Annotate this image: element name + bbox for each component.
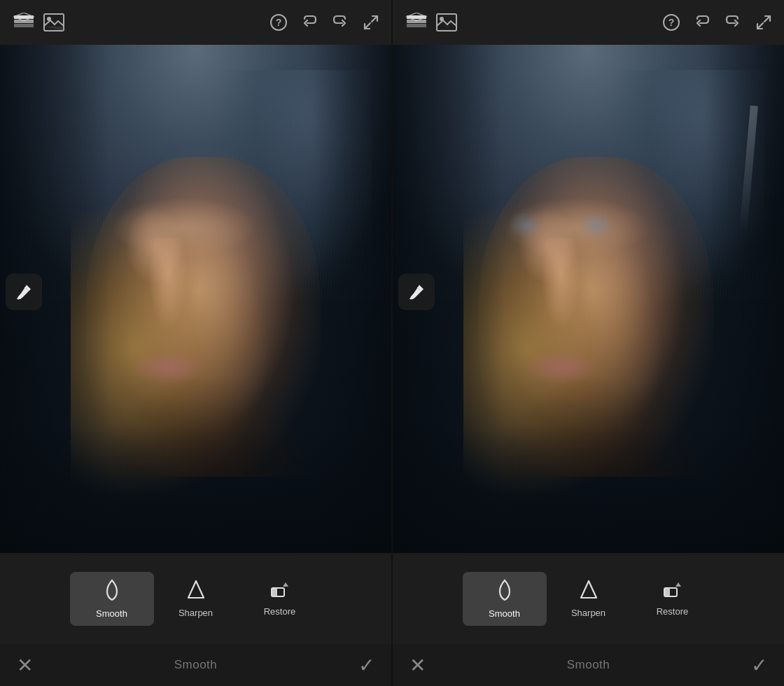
help-icon-right[interactable]: ? — [662, 13, 680, 31]
brush-tool-left[interactable] — [6, 274, 42, 310]
restore-label-right: Restore — [657, 606, 689, 617]
restore-label-left: Restore — [264, 606, 296, 617]
panel-left: ? — [0, 0, 393, 686]
bottom-tools-left: Smooth Sharpen — [0, 553, 391, 644]
svg-line-8 — [372, 16, 377, 22]
redo-icon-right[interactable] — [724, 13, 742, 31]
svg-marker-11 — [188, 581, 204, 598]
confirm-button-right[interactable]: ✓ — [751, 654, 767, 677]
action-title-right: Smooth — [567, 658, 610, 672]
brush-icon-left — [14, 282, 34, 302]
svg-line-22 — [764, 16, 770, 22]
svg-marker-25 — [581, 581, 596, 598]
restore-icon-left — [270, 581, 290, 602]
help-icon[interactable]: ? — [270, 13, 288, 31]
action-bar-left: ✕ Smooth ✓ — [0, 644, 391, 686]
sharpen-tool-left[interactable]: Sharpen — [154, 572, 238, 626]
image-icon-right[interactable] — [436, 13, 457, 31]
smooth-tool-left[interactable]: Smooth — [70, 572, 154, 626]
tool-buttons-right: Smooth Sharpen — [393, 572, 784, 626]
expand-icon[interactable] — [362, 13, 380, 31]
svg-text:?: ? — [276, 17, 282, 28]
action-title-left: Smooth — [174, 658, 218, 672]
sharpen-icon-right — [580, 580, 598, 603]
brush-icon-right — [407, 282, 426, 302]
toolbar-left: ? — [0, 0, 391, 45]
sharpen-icon-left — [187, 580, 205, 603]
restore-icon-right — [663, 581, 682, 602]
main-container: ? — [0, 0, 784, 686]
sharpen-tool-right[interactable]: Sharpen — [547, 572, 631, 626]
svg-rect-13 — [272, 588, 277, 596]
layers-icon[interactable] — [11, 10, 36, 35]
svg-rect-14 — [407, 24, 426, 27]
image-icon[interactable] — [43, 13, 64, 31]
svg-line-9 — [365, 23, 370, 29]
svg-text:?: ? — [668, 17, 675, 28]
photo-area-left[interactable] — [0, 45, 391, 553]
cancel-button-left[interactable]: ✕ — [17, 654, 33, 677]
svg-rect-27 — [664, 588, 670, 596]
undo-icon-right[interactable] — [693, 13, 711, 31]
photo-area-right[interactable] — [393, 45, 784, 553]
restore-tool-right[interactable]: Restore — [631, 572, 715, 626]
brush-tool-right[interactable] — [398, 274, 435, 310]
panel-right: ? — [393, 0, 784, 686]
smooth-label-right: Smooth — [489, 608, 520, 619]
layers-icon-right[interactable] — [404, 10, 429, 35]
smooth-tool-right[interactable]: Smooth — [463, 572, 547, 626]
redo-icon[interactable] — [331, 13, 349, 31]
bottom-tools-right: Smooth Sharpen — [393, 553, 784, 644]
smooth-icon-left — [103, 579, 121, 604]
restore-tool-left[interactable]: Restore — [238, 572, 322, 626]
toolbar-right: ? — [393, 0, 784, 45]
confirm-button-left[interactable]: ✓ — [358, 654, 374, 677]
action-bar-right: ✕ Smooth ✓ — [393, 644, 784, 686]
smooth-icon-right — [496, 579, 514, 604]
sharpen-label-right: Sharpen — [571, 608, 606, 618]
sharpen-label-left: Sharpen — [178, 608, 213, 618]
undo-icon[interactable] — [300, 13, 318, 31]
cancel-button-right[interactable]: ✕ — [410, 654, 426, 677]
svg-line-23 — [757, 23, 763, 29]
expand-icon-right[interactable] — [755, 13, 773, 31]
svg-rect-0 — [14, 24, 34, 27]
smooth-label-left: Smooth — [96, 608, 127, 619]
tool-buttons-left: Smooth Sharpen — [0, 572, 391, 626]
